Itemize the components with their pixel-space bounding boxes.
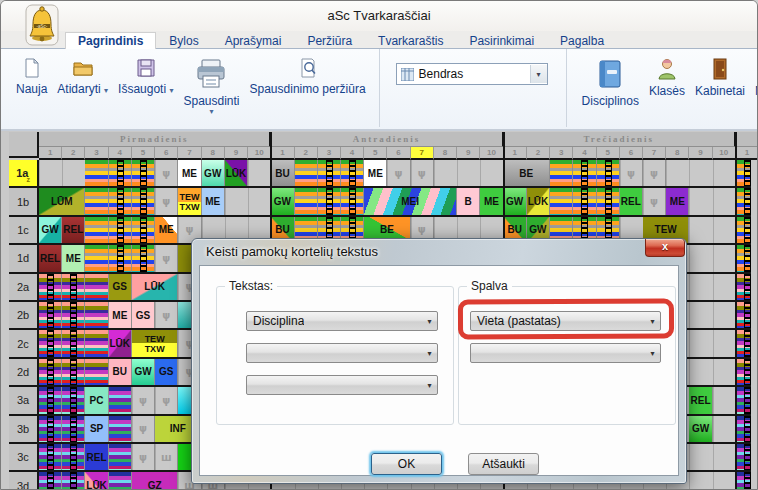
stripe-cell[interactable]: [62, 387, 85, 413]
lesson-cell[interactable]: ME: [155, 217, 178, 243]
lesson-cell[interactable]: LŪK: [109, 330, 132, 356]
blocked-cell[interactable]: ψ: [643, 188, 666, 214]
lesson-cell[interactable]: GS: [132, 302, 155, 328]
row-label-2a[interactable]: 2a: [9, 274, 39, 300]
lesson-cell[interactable]: LŪM: [39, 188, 85, 214]
blocked-cell[interactable]: ψ: [132, 387, 155, 413]
lesson-cell[interactable]: ME: [109, 302, 132, 328]
row-label-3d[interactable]: 3d: [9, 472, 39, 490]
stripe-cell[interactable]: [736, 472, 751, 490]
lesson-cell[interactable]: TEWTXW: [178, 188, 201, 214]
stripe-cell[interactable]: [109, 217, 132, 243]
print-button[interactable]: Spausdinti ▾: [183, 57, 239, 116]
classes-button[interactable]: Klasės: [649, 57, 685, 98]
row-label-1d[interactable]: 1d: [9, 245, 39, 271]
stripe-cell[interactable]: [736, 416, 751, 442]
lesson-cell[interactable]: BE: [504, 160, 550, 186]
new-button[interactable]: Nauja: [16, 57, 47, 96]
open-button[interactable]: Atidaryti ▾: [57, 57, 108, 96]
stripe-cell[interactable]: [132, 217, 155, 243]
lesson-cell[interactable]: BU: [109, 359, 132, 385]
stripe-cell[interactable]: [109, 444, 132, 470]
lesson-cell[interactable]: LŪK: [132, 274, 178, 300]
lesson-cell[interactable]: PC: [85, 387, 108, 413]
text-combo-3[interactable]: ▾: [246, 375, 438, 395]
stripe-cell[interactable]: [295, 188, 318, 214]
blocked-cell[interactable]: ψ: [643, 160, 666, 186]
lesson-cell[interactable]: ME: [178, 160, 201, 186]
stripe-cell[interactable]: [39, 387, 62, 413]
lesson-cell[interactable]: GS: [109, 274, 132, 300]
lesson-cell[interactable]: REL: [39, 245, 62, 271]
lesson-cell[interactable]: GW: [132, 359, 155, 385]
lesson-cell[interactable]: REL: [689, 387, 712, 413]
row-label-1b[interactable]: 1b: [9, 188, 39, 214]
blocked-cell[interactable]: ψ: [132, 416, 155, 442]
stripe-cell[interactable]: [318, 160, 341, 186]
blocked-cell[interactable]: ш: [155, 444, 178, 470]
blocked-cell[interactable]: ψ: [155, 160, 178, 186]
text-combo-1[interactable]: Disciplina ▾: [246, 311, 438, 331]
stripe-cell[interactable]: [85, 274, 108, 300]
lesson-cell[interactable]: LŪK: [527, 188, 550, 214]
stripe-cell[interactable]: [62, 302, 85, 328]
lesson-cell[interactable]: ME: [364, 160, 387, 186]
stripe-cell[interactable]: [85, 302, 108, 328]
stripe-cell[interactable]: [132, 160, 155, 186]
stripe-cell[interactable]: [341, 188, 364, 214]
lesson-cell[interactable]: SP: [85, 416, 108, 442]
stripe-cell[interactable]: [550, 160, 573, 186]
row-label-2c[interactable]: 2c: [9, 330, 39, 356]
lesson-cell[interactable]: ME: [62, 245, 85, 271]
stripe-cell[interactable]: [39, 416, 62, 442]
stripe-cell[interactable]: [550, 188, 573, 214]
blocked-cell[interactable]: ψ: [155, 302, 178, 328]
blocked-cell[interactable]: ψ: [155, 387, 178, 413]
stripe-cell[interactable]: [39, 359, 62, 385]
row-label-1c[interactable]: 1c: [9, 217, 39, 243]
lesson-cell[interactable]: ME: [480, 188, 503, 214]
stripe-cell[interactable]: [39, 472, 62, 490]
stripe-cell[interactable]: [132, 245, 155, 271]
lesson-cell[interactable]: GZ: [132, 472, 178, 490]
stripe-cell[interactable]: [573, 160, 596, 186]
stripe-cell[interactable]: [85, 359, 108, 385]
save-button[interactable]: Išsaugoti ▾: [118, 57, 173, 96]
stripe-cell[interactable]: [62, 359, 85, 385]
stripe-cell[interactable]: [318, 188, 341, 214]
view-combobox[interactable]: Bendras ▾: [396, 63, 548, 85]
lesson-cell[interactable]: ME: [202, 188, 225, 214]
blocked-cell[interactable]: ψ: [132, 444, 155, 470]
lesson-cell[interactable]: LŪK: [225, 160, 248, 186]
classrooms-button[interactable]: Kabinetai: [695, 57, 745, 98]
stripe-cell[interactable]: [109, 245, 132, 271]
stripe-cell[interactable]: [736, 274, 751, 300]
lesson-cell[interactable]: LŪK: [85, 472, 108, 490]
stripe-cell[interactable]: [597, 160, 620, 186]
stripe-cell[interactable]: [597, 188, 620, 214]
lesson-cell[interactable]: GW: [271, 188, 294, 214]
stripe-cell[interactable]: [62, 444, 85, 470]
stripe-cell[interactable]: [736, 387, 751, 413]
blocked-cell[interactable]: ψ: [155, 245, 178, 271]
lesson-cell[interactable]: B: [457, 188, 480, 214]
stripe-cell[interactable]: [736, 330, 751, 356]
blocked-cell[interactable]: ψ: [155, 188, 178, 214]
ok-button[interactable]: OK: [371, 453, 442, 475]
color-combo-2[interactable]: ▾: [470, 343, 661, 363]
lesson-cell[interactable]: REL: [620, 188, 643, 214]
stripe-cell[interactable]: [736, 444, 751, 470]
stripe-cell[interactable]: [341, 160, 364, 186]
lesson-cell[interactable]: GW: [689, 416, 712, 442]
stripe-cell[interactable]: [62, 274, 85, 300]
lesson-cell[interactable]: REL: [62, 217, 85, 243]
print-preview-button[interactable]: Spausdinimo peržiūra: [250, 57, 366, 96]
stripe-cell[interactable]: [573, 188, 596, 214]
lesson-cell[interactable]: GW: [504, 188, 527, 214]
stripe-cell[interactable]: [85, 217, 108, 243]
cancel-button[interactable]: Atšaukti: [468, 453, 539, 475]
row-label-3b[interactable]: 3b: [9, 416, 39, 442]
row-label-1a[interactable]: 1az: [9, 160, 39, 186]
stripe-cell[interactable]: [736, 188, 751, 214]
stripe-cell[interactable]: [39, 444, 62, 470]
